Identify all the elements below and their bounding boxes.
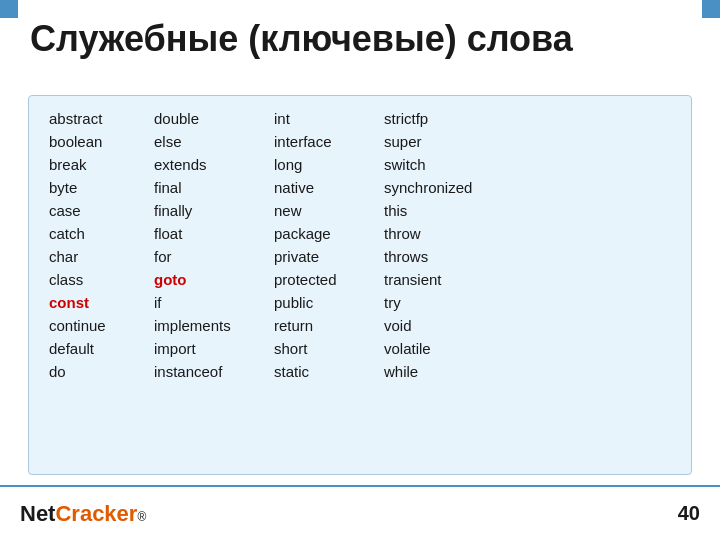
keyword-static: static bbox=[270, 361, 380, 382]
keyword-transient: transient bbox=[380, 269, 510, 290]
corner-decoration-tl bbox=[0, 0, 18, 18]
keyword-private: private bbox=[270, 246, 380, 267]
keyword-default: default bbox=[45, 338, 150, 359]
keyword-while: while bbox=[380, 361, 510, 382]
keyword-abstract: abstract bbox=[45, 108, 150, 129]
keyword-implements: implements bbox=[150, 315, 270, 336]
keyword-double: double bbox=[150, 108, 270, 129]
keyword-native: native bbox=[270, 177, 380, 198]
keyword-try: try bbox=[380, 292, 510, 313]
keyword-protected: protected bbox=[270, 269, 380, 290]
keyword-case: case bbox=[45, 200, 150, 221]
keyword-new: new bbox=[270, 200, 380, 221]
keyword-void: void bbox=[380, 315, 510, 336]
keyword-super: super bbox=[380, 131, 510, 152]
logo-reg: ® bbox=[137, 510, 146, 524]
keyword-if: if bbox=[150, 292, 270, 313]
corner-decoration-tr bbox=[702, 0, 720, 18]
keyword-switch: switch bbox=[380, 154, 510, 175]
keyword-int: int bbox=[270, 108, 380, 129]
keyword-public: public bbox=[270, 292, 380, 313]
keyword-short: short bbox=[270, 338, 380, 359]
keyword-float: float bbox=[150, 223, 270, 244]
keyword-throw: throw bbox=[380, 223, 510, 244]
keyword-strictfp: strictfp bbox=[380, 108, 510, 129]
keywords-box: abstractdoubleintstrictfpbooleanelseinte… bbox=[28, 95, 692, 475]
keyword-final: final bbox=[150, 177, 270, 198]
slide-title: Служебные (ключевые) слова bbox=[30, 18, 573, 60]
keyword-extends: extends bbox=[150, 154, 270, 175]
keyword-goto: goto bbox=[150, 269, 270, 290]
logo-net: Net bbox=[20, 501, 55, 527]
logo: Net Cracker ® bbox=[20, 501, 146, 527]
keyword-class: class bbox=[45, 269, 150, 290]
keyword-return: return bbox=[270, 315, 380, 336]
keyword-catch: catch bbox=[45, 223, 150, 244]
keywords-grid: abstractdoubleintstrictfpbooleanelseinte… bbox=[45, 108, 675, 382]
keyword-for: for bbox=[150, 246, 270, 267]
keyword-boolean: boolean bbox=[45, 131, 150, 152]
slide: Служебные (ключевые) слова abstractdoubl… bbox=[0, 0, 720, 540]
logo-cracker: Cracker bbox=[55, 501, 137, 527]
keyword-byte: byte bbox=[45, 177, 150, 198]
bottom-bar: Net Cracker ® 40 bbox=[0, 485, 720, 540]
keyword-long: long bbox=[270, 154, 380, 175]
page-number: 40 bbox=[678, 502, 700, 525]
keyword-char: char bbox=[45, 246, 150, 267]
keyword-else: else bbox=[150, 131, 270, 152]
keyword-do: do bbox=[45, 361, 150, 382]
keyword-throws: throws bbox=[380, 246, 510, 267]
keyword-synchronized: synchronized bbox=[380, 177, 510, 198]
keyword-instanceof: instanceof bbox=[150, 361, 270, 382]
keyword-import: import bbox=[150, 338, 270, 359]
keyword-interface: interface bbox=[270, 131, 380, 152]
keyword-volatile: volatile bbox=[380, 338, 510, 359]
keyword-finally: finally bbox=[150, 200, 270, 221]
keyword-break: break bbox=[45, 154, 150, 175]
keyword-continue: continue bbox=[45, 315, 150, 336]
keyword-const: const bbox=[45, 292, 150, 313]
keyword-package: package bbox=[270, 223, 380, 244]
keyword-this: this bbox=[380, 200, 510, 221]
